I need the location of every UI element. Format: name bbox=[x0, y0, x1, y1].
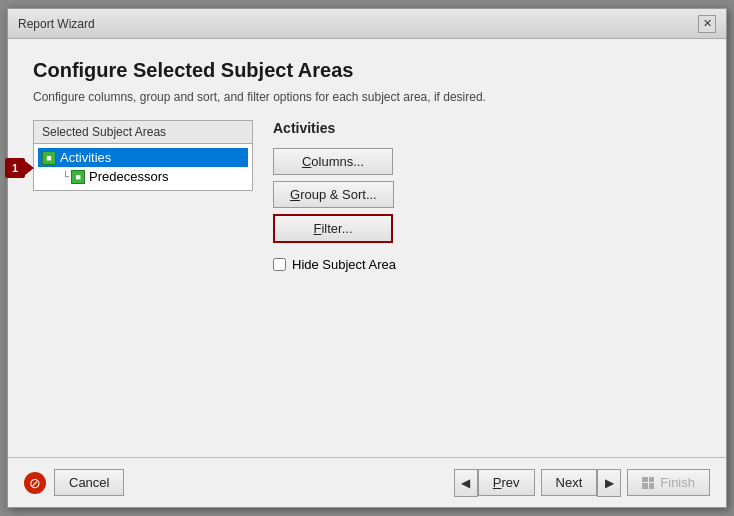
group-sort-btn-label: Group & Sort... bbox=[290, 187, 377, 202]
next-arrow-button[interactable]: ▶ bbox=[597, 469, 621, 497]
group-sort-btn-row: Group & Sort... bbox=[273, 181, 701, 208]
cancel-button[interactable]: Cancel bbox=[54, 469, 124, 496]
hide-subject-area-checkbox[interactable] bbox=[273, 258, 286, 271]
tree-item-predecessors[interactable]: └ ■ Predecessors bbox=[58, 167, 248, 186]
prev-arrow-button[interactable]: ◀ bbox=[454, 469, 478, 497]
page-title: Configure Selected Subject Areas bbox=[33, 59, 701, 82]
annotation-1: 1 bbox=[5, 158, 25, 178]
finish-label: Finish bbox=[660, 475, 695, 490]
predecessors-icon: ■ bbox=[71, 170, 85, 184]
cancel-icon: ⊘ bbox=[24, 472, 46, 494]
right-panel-title: Activities bbox=[273, 120, 701, 136]
window-title: Report Wizard bbox=[18, 17, 95, 31]
main-area: 1 Selected Subject Areas ■ Activities bbox=[33, 120, 701, 447]
title-bar: Report Wizard ✕ bbox=[8, 9, 726, 39]
columns-button[interactable]: Columns... bbox=[273, 148, 393, 175]
page-description: Configure columns, group and sort, and f… bbox=[33, 90, 701, 104]
footer-right: ◀ Prev Next ▶ Finish bbox=[454, 469, 710, 497]
close-button[interactable]: ✕ bbox=[698, 15, 716, 33]
next-label: Next bbox=[556, 475, 583, 490]
next-button[interactable]: Next bbox=[541, 469, 598, 496]
footer: ⊘ Cancel ◀ Prev Next ▶ bbox=[8, 457, 726, 507]
cancel-label: Cancel bbox=[69, 475, 109, 490]
panel-header: Selected Subject Areas bbox=[34, 121, 252, 144]
columns-btn-label: Columns... bbox=[302, 154, 364, 169]
activities-icon: ■ bbox=[42, 151, 56, 165]
tree-area: ■ Activities └ ■ Predecessors bbox=[34, 144, 252, 190]
finish-icon bbox=[642, 477, 654, 489]
tree-item-activities[interactable]: ■ Activities bbox=[38, 148, 248, 167]
hide-subject-area-label: Hide Subject Area bbox=[292, 257, 396, 272]
filter-btn-row: Filter... 2 bbox=[273, 214, 701, 243]
filter-btn-label: Filter... bbox=[313, 221, 352, 236]
finish-button[interactable]: Finish bbox=[627, 469, 710, 496]
right-panel: Activities Columns... Group & Sort... bbox=[273, 120, 701, 447]
report-wizard-window: Report Wizard ✕ Configure Selected Subje… bbox=[7, 8, 727, 508]
prev-group: ◀ Prev bbox=[454, 469, 535, 497]
tree-item-predecessors-label: Predecessors bbox=[89, 169, 168, 184]
footer-left: ⊘ Cancel bbox=[24, 469, 124, 496]
columns-btn-row: Columns... bbox=[273, 148, 701, 175]
prev-label: Prev bbox=[493, 475, 520, 490]
content-area: Configure Selected Subject Areas Configu… bbox=[8, 39, 726, 457]
hide-subject-area-row: Hide Subject Area bbox=[273, 257, 701, 272]
tree-connector: └ bbox=[62, 171, 69, 182]
badge-1: 1 bbox=[5, 158, 25, 178]
left-panel: Selected Subject Areas ■ Activities └ ■ … bbox=[33, 120, 253, 191]
filter-button[interactable]: Filter... bbox=[273, 214, 393, 243]
next-group: Next ▶ bbox=[541, 469, 622, 497]
group-sort-button[interactable]: Group & Sort... bbox=[273, 181, 394, 208]
tree-item-activities-label: Activities bbox=[60, 150, 111, 165]
prev-button[interactable]: Prev bbox=[478, 469, 535, 496]
